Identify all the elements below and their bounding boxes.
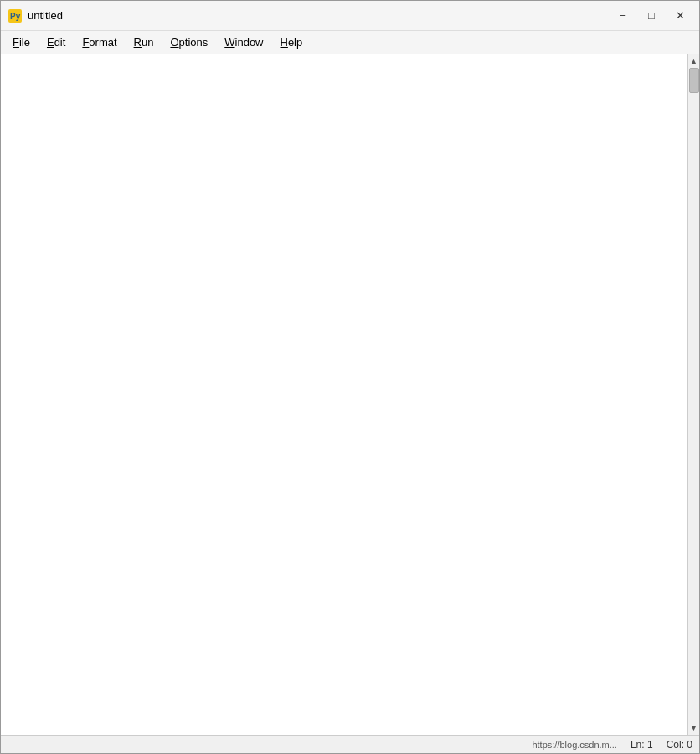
menu-item-run[interactable]: Run [126,33,162,52]
title-bar-left: Py untitled [8,8,63,23]
menu-item-edit[interactable]: Edit [39,33,74,52]
minimize-button[interactable]: − [610,6,636,26]
scroll-up-arrow[interactable]: ▲ [688,54,700,68]
status-line: Ln: 1 [631,739,653,751]
menu-item-options[interactable]: Options [162,33,216,52]
scrollbar-track [688,68,699,721]
menu-item-file[interactable]: File [4,33,39,52]
scrollbar-vertical: ▲ ▼ [687,54,699,735]
code-editor[interactable] [1,54,687,735]
menu-item-help[interactable]: Help [272,33,311,52]
status-col: Col: 0 [667,739,692,751]
python-idle-icon: Py [8,8,23,23]
menu-bar: File Edit Format Run Options Window Help [1,31,699,54]
title-bar: Py untitled − □ ✕ [1,1,699,31]
title-bar-controls: − □ ✕ [610,6,692,26]
status-link: https://blog.csdn.m... [532,740,617,750]
scrollbar-thumb[interactable] [689,68,699,93]
maximize-button[interactable]: □ [639,6,664,26]
editor-area: ▲ ▼ [1,54,699,735]
status-bar: https://blog.csdn.m... Ln: 1 Col: 0 [1,735,699,753]
main-window: Py untitled − □ ✕ File Edit Format Run O… [0,0,700,754]
menu-item-window[interactable]: Window [216,33,271,52]
editor-content [1,54,687,735]
svg-text:Py: Py [10,12,21,21]
menu-item-format[interactable]: Format [74,33,125,52]
scroll-down-arrow[interactable]: ▼ [688,721,700,735]
window-title: untitled [28,9,63,22]
close-button[interactable]: ✕ [667,6,692,26]
